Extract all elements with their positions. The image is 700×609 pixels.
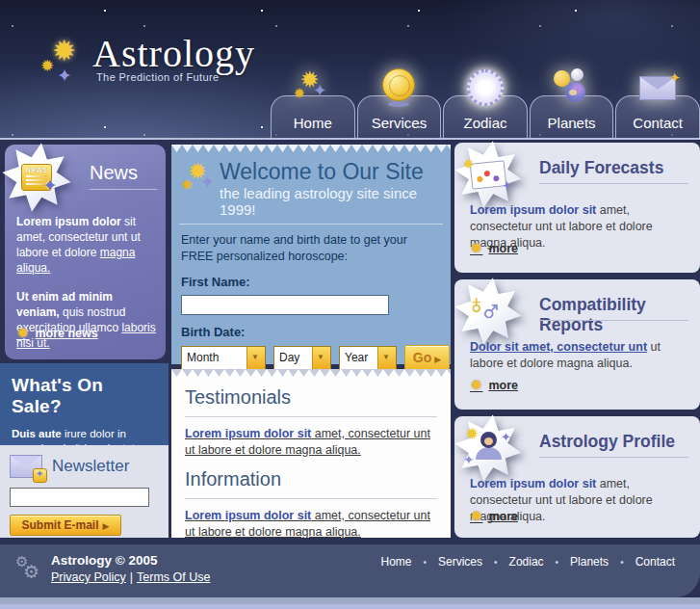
zodiac-wheel-icon: [459, 67, 511, 108]
footer-terms-link[interactable]: Terms Of Use: [137, 570, 210, 584]
card-burst: [454, 414, 522, 482]
tab-label: Zodiac: [463, 115, 506, 131]
envelope-icon: [632, 67, 684, 108]
footer-nav-services[interactable]: Services: [438, 555, 482, 569]
logo[interactable]: Astrology The Prediction of Future: [40, 35, 255, 89]
astrology-profile-card: Astrology Profile Lorem ipsum dolor sit …: [454, 416, 700, 538]
submit-email-label: Submit E-mail: [22, 518, 99, 532]
card-link-text[interactable]: Dolor sit amet, consectetur unt: [470, 340, 647, 354]
testimonials-section: Testimonials Lorem ipsum dolor sit amet,…: [171, 386, 451, 459]
first-name-input[interactable]: [181, 295, 389, 315]
newsletter-envelope-icon: [10, 455, 42, 478]
section-title: Information: [185, 468, 437, 490]
card-title: Astrology Profile: [539, 432, 675, 452]
day-select[interactable]: Day: [273, 346, 331, 370]
card-burst: [454, 141, 522, 208]
main-content: NEWS News Lorem ipsum dolor sit amet, co…: [0, 140, 700, 544]
main-nav: Home Services Zodiac Planets Contact: [271, 95, 700, 138]
more-label: more: [488, 242, 518, 255]
testimonial-link[interactable]: Lorem ipsum dolor sit amet, consectetur …: [185, 426, 437, 459]
news-panel: NEWS News Lorem ipsum dolor sit amet, co…: [5, 145, 166, 359]
card-title: Compatibility Reports: [539, 295, 700, 335]
divider: [185, 498, 437, 499]
footer-nav-zodiac[interactable]: Zodiac: [509, 555, 544, 569]
sun-icon: [470, 376, 482, 394]
sale-title: What's On Sale?: [12, 375, 157, 417]
crystal-ball-icon: [373, 67, 425, 108]
month-select-value: Month: [182, 351, 246, 364]
star-icon: [42, 174, 58, 197]
welcome-header: Welcome to Our Site the leading astrolog…: [171, 152, 451, 218]
information-section: Information Lorem ipsum dolor sit amet, …: [171, 468, 451, 541]
arrow-right-icon: [434, 350, 441, 365]
site-footer: Astrology © 2005 Privacy Policy|Terms Of…: [0, 544, 700, 597]
footer-nav: Home• Services• Zodiac• Planets• Contact: [380, 555, 675, 569]
newsletter-email-input[interactable]: [10, 488, 149, 507]
page: Astrology The Prediction of Future Home …: [0, 0, 700, 609]
compatibility-reports-card: Compatibility Reports Dolor sit amet, co…: [454, 279, 700, 410]
more-link[interactable]: more: [470, 239, 518, 257]
arrow-right-icon: [103, 518, 110, 532]
more-news-link[interactable]: more news: [16, 324, 98, 342]
tab-services[interactable]: Services: [357, 95, 442, 138]
site-header: Astrology The Prediction of Future Home …: [0, 0, 700, 140]
zigzag-edge: [171, 145, 451, 152]
testimonials-panel: Testimonials Lorem ipsum dolor sit amet,…: [171, 369, 451, 538]
planets-icon: [546, 67, 598, 108]
bullet: •: [494, 557, 498, 568]
tab-label: Services: [372, 115, 428, 131]
birth-date-row: Month Day Year Go: [181, 345, 451, 370]
welcome-intro: Enter your name and birth date to get yo…: [181, 232, 441, 265]
tab-contact[interactable]: Contact: [615, 95, 700, 138]
bullet: •: [620, 557, 624, 568]
sale-bold-text: Duis aute: [12, 428, 62, 439]
logo-title: Astrology: [92, 35, 255, 73]
tab-zodiac[interactable]: Zodiac: [443, 95, 528, 138]
tab-home[interactable]: Home: [271, 95, 355, 138]
footer-nav-planets[interactable]: Planets: [570, 555, 609, 569]
tab-planets[interactable]: Planets: [530, 95, 614, 138]
sun-icon: [16, 324, 29, 342]
stars-icon: [287, 67, 339, 108]
first-name-label: First Name:: [181, 275, 451, 289]
zigzag-edge: [171, 369, 451, 377]
section-title: Testimonials: [185, 386, 437, 409]
month-select[interactable]: Month: [181, 346, 266, 370]
bottom-band: [0, 597, 700, 604]
submit-email-button[interactable]: Submit E-mail: [10, 515, 121, 536]
chevron-down-icon: [246, 347, 265, 369]
news-bold-text: Lorem ipsum dolor: [16, 215, 121, 228]
news-badge-icon: NEWS: [21, 164, 52, 191]
card-title: Daily Forecasts: [539, 158, 663, 178]
more-link[interactable]: more: [470, 376, 518, 394]
year-select-value: Year: [340, 351, 377, 364]
link-bold-text: Lorem ipsum dolor sit: [185, 427, 311, 440]
footer-nav-contact[interactable]: Contact: [635, 555, 675, 569]
profile-icon: [467, 430, 509, 466]
welcome-subtitle: the leading astrology site since 1999!: [220, 185, 451, 218]
divider: [539, 457, 688, 458]
chevron-down-icon: [377, 347, 396, 369]
footer-privacy-policy-link[interactable]: Privacy Policy: [51, 570, 126, 584]
separator: |: [130, 570, 133, 584]
link-bold-text: Lorem ipsum dolor sit: [185, 509, 311, 522]
card-bold-text: Lorem ipsum dolor sit: [470, 203, 596, 217]
sun-icon: [470, 239, 482, 257]
go-button[interactable]: Go: [404, 345, 450, 370]
birth-date-label: Birth Date:: [181, 325, 451, 339]
footer-nav-home[interactable]: Home: [380, 555, 411, 569]
newsletter-panel: Newsletter Submit E-mail: [0, 445, 169, 538]
copyright-text: Astrology © 2005: [51, 553, 210, 568]
year-select[interactable]: Year: [339, 346, 397, 370]
newsletter-title: Newsletter: [52, 457, 129, 476]
gears-icon: [15, 553, 42, 582]
bullet: •: [556, 557, 559, 568]
information-link[interactable]: Lorem ipsum dolor sit amet, consectetur …: [185, 508, 437, 541]
divider: [539, 320, 688, 321]
tab-label: Home: [294, 115, 332, 131]
bullet: •: [424, 557, 428, 568]
footer-links: Privacy Policy|Terms Of Use: [51, 570, 210, 584]
more-news-label: more news: [35, 327, 97, 340]
more-link[interactable]: more: [470, 507, 518, 525]
tab-label: Planets: [548, 115, 596, 131]
